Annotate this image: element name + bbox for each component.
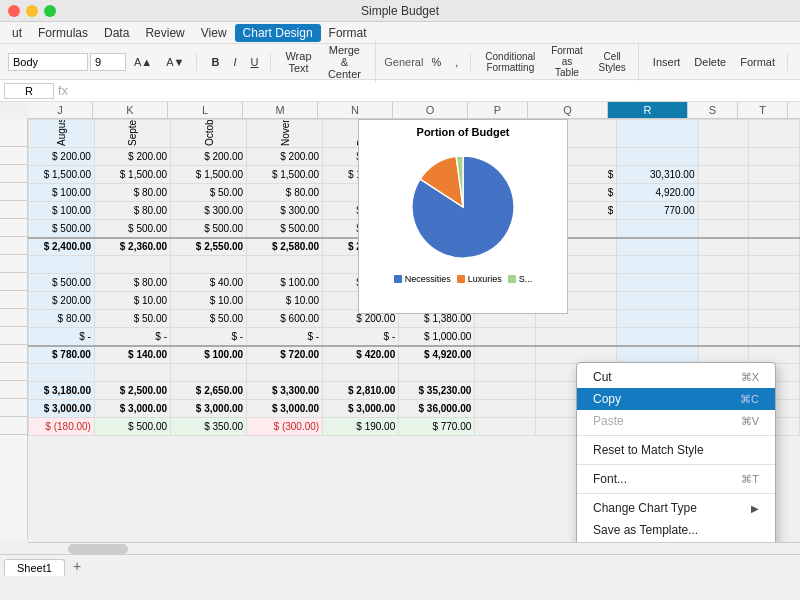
underline-button[interactable]: U bbox=[244, 53, 264, 71]
cell-l3[interactable]: $ 50.00 bbox=[171, 184, 247, 202]
ctx-paste[interactable]: Paste ⌘V bbox=[577, 410, 775, 432]
cell-k12[interactable]: $ 140.00 bbox=[94, 346, 170, 364]
comma-button[interactable]: , bbox=[449, 53, 464, 71]
cell-k5[interactable]: $ 500.00 bbox=[94, 220, 170, 238]
decrease-font-button[interactable]: A▼ bbox=[160, 53, 190, 71]
insert-button[interactable]: Insert bbox=[647, 53, 687, 71]
cell-l9[interactable]: $ 10.00 bbox=[171, 292, 247, 310]
cell-m9[interactable]: $ 10.00 bbox=[247, 292, 323, 310]
cell-m10[interactable]: $ 600.00 bbox=[247, 310, 323, 328]
cell-j15[interactable]: $ 3,000.00 bbox=[29, 400, 95, 418]
menu-data[interactable]: Data bbox=[96, 24, 137, 42]
row-header-10[interactable] bbox=[0, 291, 27, 309]
cell-m8[interactable]: $ 100.00 bbox=[247, 274, 323, 292]
cell-m2[interactable]: $ 1,500.00 bbox=[247, 166, 323, 184]
cell-o11[interactable]: $ 1,000.00 bbox=[399, 328, 475, 346]
row-header-4[interactable] bbox=[0, 183, 27, 201]
row-header-9[interactable] bbox=[0, 273, 27, 291]
cell-l16[interactable]: $ 350.00 bbox=[171, 418, 247, 436]
italic-button[interactable]: I bbox=[227, 53, 242, 71]
cell-l2[interactable]: $ 1,500.00 bbox=[171, 166, 247, 184]
cell-j8[interactable]: $ 500.00 bbox=[29, 274, 95, 292]
window-controls[interactable] bbox=[8, 5, 56, 17]
cell-o14[interactable]: $ 35,230.00 bbox=[399, 382, 475, 400]
bold-button[interactable]: B bbox=[205, 53, 225, 71]
cell-r4[interactable]: 770.00 bbox=[617, 202, 698, 220]
col-header-t[interactable]: T bbox=[738, 102, 788, 118]
sheet-tab-sheet1[interactable]: Sheet1 bbox=[4, 559, 65, 576]
cell-j2[interactable]: $ 1,500.00 bbox=[29, 166, 95, 184]
row-header-6[interactable] bbox=[0, 219, 27, 237]
menu-formulas[interactable]: Formulas bbox=[30, 24, 96, 42]
formula-input[interactable] bbox=[72, 84, 796, 98]
cell-l1[interactable]: $ 200.00 bbox=[171, 148, 247, 166]
row-header-5[interactable] bbox=[0, 201, 27, 219]
row-header-13[interactable] bbox=[0, 345, 27, 363]
cell-reference-input[interactable] bbox=[4, 83, 54, 99]
col-label-august[interactable]: August bbox=[29, 120, 95, 148]
menu-chart-design[interactable]: Chart Design bbox=[235, 24, 321, 42]
cell-k4[interactable]: $ 80.00 bbox=[94, 202, 170, 220]
cell-n15[interactable]: $ 3,000.00 bbox=[323, 400, 399, 418]
cell-m16[interactable]: $ (300.00) bbox=[247, 418, 323, 436]
cell-o15[interactable]: $ 36,000.00 bbox=[399, 400, 475, 418]
format-button[interactable]: Format bbox=[734, 53, 781, 71]
cell-k16[interactable]: $ 500.00 bbox=[94, 418, 170, 436]
row-header-3[interactable] bbox=[0, 165, 27, 183]
maximize-button[interactable] bbox=[44, 5, 56, 17]
cell-j1[interactable]: $ 200.00 bbox=[29, 148, 95, 166]
cell-k3[interactable]: $ 80.00 bbox=[94, 184, 170, 202]
menu-format[interactable]: Format bbox=[321, 24, 375, 42]
cell-o12[interactable]: $ 4,920.00 bbox=[399, 346, 475, 364]
cell-m14[interactable]: $ 3,300.00 bbox=[247, 382, 323, 400]
cell-j14[interactable]: $ 3,180.00 bbox=[29, 382, 95, 400]
cell-m1[interactable]: $ 200.00 bbox=[247, 148, 323, 166]
cell-j16[interactable]: $ (180.00) bbox=[29, 418, 95, 436]
cell-j10[interactable]: $ 80.00 bbox=[29, 310, 95, 328]
col-header-l[interactable]: L bbox=[168, 102, 243, 118]
row-header-1[interactable] bbox=[0, 119, 27, 147]
cell-k14[interactable]: $ 2,500.00 bbox=[94, 382, 170, 400]
ctx-select-data[interactable]: Select Data... bbox=[577, 541, 775, 542]
cell-j5[interactable]: $ 500.00 bbox=[29, 220, 95, 238]
cell-l12[interactable]: $ 100.00 bbox=[171, 346, 247, 364]
row-header-15[interactable] bbox=[0, 381, 27, 399]
horizontal-scrollbar[interactable] bbox=[28, 542, 800, 554]
cell-l4[interactable]: $ 300.00 bbox=[171, 202, 247, 220]
cell-l8[interactable]: $ 40.00 bbox=[171, 274, 247, 292]
delete-button[interactable]: Delete bbox=[688, 53, 732, 71]
col-header-j[interactable]: J bbox=[28, 102, 93, 118]
col-header-r[interactable]: R bbox=[608, 102, 688, 118]
cell-o16[interactable]: $ 770.00 bbox=[399, 418, 475, 436]
cell-m5[interactable]: $ 500.00 bbox=[247, 220, 323, 238]
col-header-p[interactable]: P bbox=[468, 102, 528, 118]
row-header-12[interactable] bbox=[0, 327, 27, 345]
col-label-november[interactable]: November bbox=[247, 120, 323, 148]
ctx-copy[interactable]: Copy ⌘C bbox=[577, 388, 775, 410]
cell-m15[interactable]: $ 3,000.00 bbox=[247, 400, 323, 418]
cell-k9[interactable]: $ 10.00 bbox=[94, 292, 170, 310]
ctx-font[interactable]: Font... ⌘T bbox=[577, 468, 775, 490]
row-header-8[interactable] bbox=[0, 255, 27, 273]
cell-l11[interactable]: $ - bbox=[171, 328, 247, 346]
cell-k8[interactable]: $ 80.00 bbox=[94, 274, 170, 292]
row-header-11[interactable] bbox=[0, 309, 27, 327]
cell-n12[interactable]: $ 420.00 bbox=[323, 346, 399, 364]
cell-k10[interactable]: $ 50.00 bbox=[94, 310, 170, 328]
cell-l15[interactable]: $ 3,000.00 bbox=[171, 400, 247, 418]
minimize-button[interactable] bbox=[26, 5, 38, 17]
ctx-cut[interactable]: Cut ⌘X bbox=[577, 366, 775, 388]
cell-l6[interactable]: $ 2,550.00 bbox=[171, 238, 247, 256]
cell-m4[interactable]: $ 300.00 bbox=[247, 202, 323, 220]
ctx-reset-style[interactable]: Reset to Match Style bbox=[577, 439, 775, 461]
cell-n14[interactable]: $ 2,810.00 bbox=[323, 382, 399, 400]
merge-center-button[interactable]: Merge & Center bbox=[320, 41, 370, 83]
cell-styles-button[interactable]: Cell Styles bbox=[593, 48, 632, 76]
cell-k1[interactable]: $ 200.00 bbox=[94, 148, 170, 166]
close-button[interactable] bbox=[8, 5, 20, 17]
cell-n16[interactable]: $ 190.00 bbox=[323, 418, 399, 436]
add-sheet-button[interactable]: + bbox=[65, 556, 89, 576]
font-name-input[interactable] bbox=[8, 53, 88, 71]
cell-j6[interactable]: $ 2,400.00 bbox=[29, 238, 95, 256]
font-size-input[interactable] bbox=[90, 53, 126, 71]
